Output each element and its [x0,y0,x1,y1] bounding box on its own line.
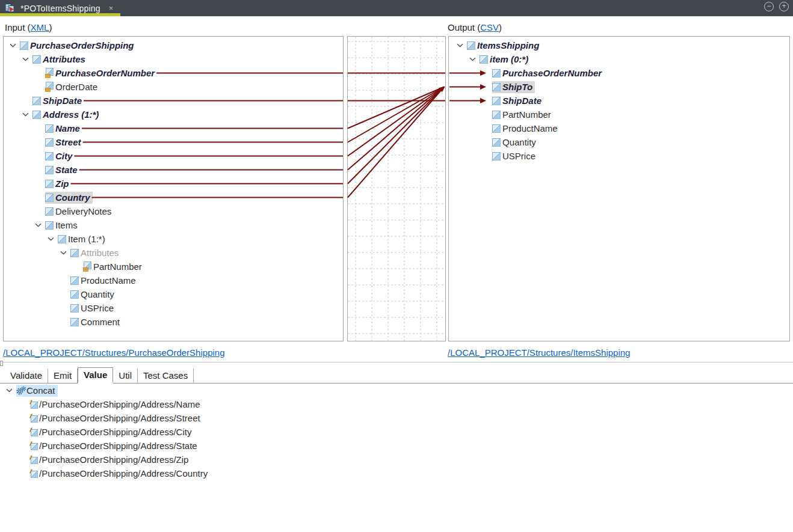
tree-item-in-item-attributes[interactable]: Attributes [4,246,343,260]
tree-item-out-pon[interactable]: PurchaseOrderNumber [449,66,789,80]
funcarg-icon [29,427,39,436]
tree-item-out-item[interactable]: item (0:*) [449,52,789,66]
tree-item-out-shipto[interactable]: ShipTo [449,80,789,94]
element-icon [45,166,55,174]
tab-test-cases[interactable]: Test Cases [138,368,194,383]
tree-item-fn-arg-street[interactable]: /PurchaseOrderShipping/Address/Street [0,411,210,425]
close-icon[interactable]: × [109,4,114,12]
tree-item-out-root[interactable]: ItemsShipping [449,38,789,52]
element-icon [45,124,55,133]
tree-item-out-partnumber[interactable]: PartNumber [449,108,789,121]
tree-item-fn-arg-state[interactable]: /PurchaseOrderShipping/Address/State [0,439,210,453]
chevron-down-icon[interactable] [4,388,16,393]
element-icon [45,221,55,230]
chevron-down-icon[interactable] [455,43,467,47]
element-icon [32,55,43,64]
input-format-link[interactable]: XML [31,22,49,32]
tree-item-in-country[interactable]: Country [4,191,343,204]
chevron-down-icon[interactable] [58,251,70,255]
tree-item-out-shipdate[interactable]: ShipDate [449,94,789,108]
tree-item-label: Country [55,192,90,204]
chevron-down-icon[interactable] [20,112,32,117]
tree-item-in-address[interactable]: Address (1:*) [4,108,343,121]
tree-item-fn-arg-name[interactable]: /PurchaseOrderShipping/Address/Name [0,397,210,411]
tree-item-cell: /PurchaseOrderShipping/Address/Zip [29,454,191,466]
tab-value[interactable]: Value [78,367,113,384]
tree-item-in-street[interactable]: Street [4,135,343,149]
tree-item-in-attributes[interactable]: Attributes [4,52,343,66]
chevron-down-icon[interactable] [33,223,45,227]
splitter-grip[interactable] [0,361,3,366]
tree-item-out-quantity[interactable]: Quantity [449,135,789,149]
tree-item-cell: Street [45,136,84,148]
tree-item-out-productname[interactable]: ProductName [449,121,789,135]
output-structure-link[interactable]: /LOCAL_PROJECT/Structures/ItemsShipping [448,347,630,358]
tree-item-cell: Country [45,192,93,204]
tab-util[interactable]: Util [113,368,138,383]
tree-item-in-productname[interactable]: ProductName [4,274,343,287]
element-icon [70,277,81,285]
horizontal-splitter[interactable] [0,362,793,364]
tree-item-label: /PurchaseOrderShipping/Address/Country [39,468,208,480]
element-icon [492,97,502,105]
chevron-down-icon[interactable] [467,57,480,61]
tree-item-in-zip[interactable]: Zip [4,177,343,191]
element-icon [45,207,55,216]
element-icon [32,111,43,119]
tree-item-in-pon[interactable]: PurchaseOrderNumber [4,66,343,80]
tree-item-out-usprice[interactable]: USPrice [449,149,789,163]
element-icon [492,83,502,91]
chevron-down-icon[interactable] [8,43,20,47]
tree-item-in-items[interactable]: Items [4,218,343,232]
tree-item-in-usprice[interactable]: USPrice [4,301,343,315]
funcarg-icon [29,441,39,450]
tree-item-label: Items [55,219,78,231]
tree-item-cell: ShipDate [32,95,84,107]
chevron-down-icon[interactable] [20,57,32,61]
tree-item-fn-concat[interactable]: Concat [0,384,210,397]
minimize-circle-button[interactable]: − [764,2,774,11]
input-tree: PurchaseOrderShippingAttributesPurchaseO… [4,37,343,329]
element-icon [20,41,30,50]
tree-item-in-deliverynotes[interactable]: DeliveryNotes [4,204,343,218]
chevron-down-icon[interactable] [46,237,58,241]
tree-item-in-city[interactable]: City [4,149,343,163]
element-icon [480,55,490,64]
tree-item-in-root[interactable]: PurchaseOrderShipping [4,38,343,52]
tree-item-in-quantity[interactable]: Quantity [4,287,343,301]
editor-tab[interactable]: *POToItemsShipping × [0,0,120,16]
tree-item-fn-arg-country[interactable]: /PurchaseOrderShipping/Address/Country [0,466,210,480]
tab-emit[interactable]: Emit [48,368,78,383]
element-icon [45,138,55,147]
tree-item-cell: USPrice [70,302,116,314]
tree-item-in-item[interactable]: Item (1:*) [4,232,343,246]
attribute-icon [45,68,55,78]
element-icon [58,235,68,243]
output-format-link[interactable]: CSV [480,22,499,32]
tree-item-in-state[interactable]: State [4,163,343,177]
tree-item-in-comment[interactable]: Comment [4,315,343,329]
tree-item-in-partnumber[interactable]: PartNumber [4,260,343,274]
tree-item-label: /PurchaseOrderShipping/Address/Name [39,399,200,411]
tree-item-cell: PartNumber [492,109,554,121]
output-tree: ItemsShippingitem (0:*)PurchaseOrderNumb… [449,37,789,163]
funcarg-icon [29,469,39,478]
funcarg-icon [29,455,39,464]
tree-item-label: PurchaseOrderNumber [502,67,602,79]
input-structure-link[interactable]: /LOCAL_PROJECT/Structures/PurchaseOrderS… [3,347,225,358]
tree-item-in-shipdate[interactable]: ShipDate [4,94,343,108]
tree-item-fn-arg-city[interactable]: /PurchaseOrderShipping/Address/City [0,425,210,439]
element-icon [32,97,43,105]
tree-item-cell: ProductName [492,123,560,135]
tree-item-in-name[interactable]: Name [4,121,343,135]
tree-item-cell: ShipDate [492,95,544,107]
tree-item-fn-arg-zip[interactable]: /PurchaseOrderShipping/Address/Zip [0,453,210,466]
tab-validate[interactable]: Validate [5,368,48,383]
maximize-circle-button[interactable]: + [779,2,789,11]
gears-icon [16,386,26,396]
tree-item-in-orderdate[interactable]: OrderDate [4,80,343,94]
tree-item-label: Address (1:*) [43,109,99,121]
tree-item-cell: Attributes [70,247,121,259]
tree-item-cell: State [45,164,80,176]
tree-item-label: Zip [55,178,69,190]
